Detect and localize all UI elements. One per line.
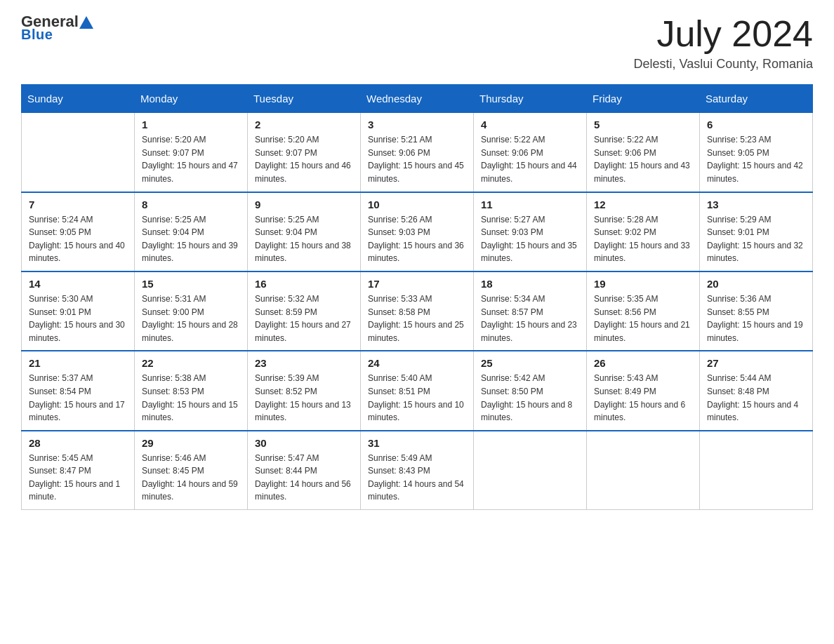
calendar-day-4: 4Sunrise: 5:22 AMSunset: 9:06 PMDaylight…: [474, 112, 587, 192]
logo-blue-text: Blue: [21, 27, 53, 43]
day-number: 3: [368, 119, 466, 130]
calendar-day-14: 14Sunrise: 5:30 AMSunset: 9:01 PMDayligh…: [22, 271, 135, 351]
day-number: 25: [481, 357, 579, 369]
day-number: 5: [594, 119, 692, 130]
header-sunday: Sunday: [22, 85, 135, 112]
header-wednesday: Wednesday: [361, 85, 474, 112]
day-info: Sunrise: 5:25 AMSunset: 9:04 PMDaylight:…: [142, 213, 240, 265]
calendar-day-11: 11Sunrise: 5:27 AMSunset: 9:03 PMDayligh…: [474, 192, 587, 271]
day-number: 19: [594, 278, 692, 290]
day-info: Sunrise: 5:28 AMSunset: 9:02 PMDaylight:…: [594, 213, 692, 265]
day-info: Sunrise: 5:25 AMSunset: 9:04 PMDaylight:…: [255, 213, 353, 265]
day-number: 26: [594, 357, 692, 369]
calendar-table: SundayMondayTuesdayWednesdayThursdayFrid…: [21, 84, 813, 510]
header-thursday: Thursday: [474, 85, 587, 112]
calendar-day-6: 6Sunrise: 5:23 AMSunset: 9:05 PMDaylight…: [700, 112, 813, 192]
day-info: Sunrise: 5:49 AMSunset: 8:43 PMDaylight:…: [368, 452, 466, 504]
day-info: Sunrise: 5:45 AMSunset: 8:47 PMDaylight:…: [29, 452, 127, 504]
day-info: Sunrise: 5:27 AMSunset: 9:03 PMDaylight:…: [481, 213, 579, 265]
month-title: July 2024: [634, 14, 813, 54]
day-info: Sunrise: 5:20 AMSunset: 9:07 PMDaylight:…: [255, 133, 353, 185]
calendar-day-16: 16Sunrise: 5:32 AMSunset: 8:59 PMDayligh…: [248, 271, 361, 351]
header-friday: Friday: [587, 85, 700, 112]
title-area: July 2024 Delesti, Vaslui County, Romani…: [634, 14, 813, 72]
calendar-day-9: 9Sunrise: 5:25 AMSunset: 9:04 PMDaylight…: [248, 192, 361, 271]
day-number: 9: [255, 199, 353, 210]
calendar-week-row: 7Sunrise: 5:24 AMSunset: 9:05 PMDaylight…: [22, 192, 813, 271]
page-header: General Blue July 2024 Delesti, Vaslui C…: [21, 14, 813, 72]
day-number: 6: [707, 119, 805, 130]
calendar-day-23: 23Sunrise: 5:39 AMSunset: 8:52 PMDayligh…: [248, 351, 361, 430]
day-number: 4: [481, 119, 579, 130]
day-info: Sunrise: 5:32 AMSunset: 8:59 PMDaylight:…: [255, 293, 353, 344]
calendar-day-17: 17Sunrise: 5:33 AMSunset: 8:58 PMDayligh…: [361, 271, 474, 351]
calendar-day-28: 28Sunrise: 5:45 AMSunset: 8:47 PMDayligh…: [22, 431, 135, 510]
day-info: Sunrise: 5:31 AMSunset: 9:00 PMDaylight:…: [142, 293, 240, 344]
calendar-header-row: SundayMondayTuesdayWednesdayThursdayFrid…: [22, 85, 813, 112]
calendar-day-27: 27Sunrise: 5:44 AMSunset: 8:48 PMDayligh…: [700, 351, 813, 430]
day-info: Sunrise: 5:43 AMSunset: 8:49 PMDaylight:…: [594, 372, 692, 424]
day-number: 31: [368, 437, 466, 449]
calendar-week-row: 14Sunrise: 5:30 AMSunset: 9:01 PMDayligh…: [22, 271, 813, 351]
day-number: 30: [255, 437, 353, 449]
calendar-empty-cell: [474, 431, 587, 510]
calendar-day-21: 21Sunrise: 5:37 AMSunset: 8:54 PMDayligh…: [22, 351, 135, 430]
day-number: 1: [142, 119, 240, 130]
header-monday: Monday: [135, 85, 248, 112]
header-tuesday: Tuesday: [248, 85, 361, 112]
day-number: 20: [707, 278, 805, 290]
calendar-day-13: 13Sunrise: 5:29 AMSunset: 9:01 PMDayligh…: [700, 192, 813, 271]
logo-triangle-icon: [79, 16, 93, 29]
calendar-day-10: 10Sunrise: 5:26 AMSunset: 9:03 PMDayligh…: [361, 192, 474, 271]
day-info: Sunrise: 5:46 AMSunset: 8:45 PMDaylight:…: [142, 452, 240, 504]
day-number: 2: [255, 119, 353, 130]
day-info: Sunrise: 5:47 AMSunset: 8:44 PMDaylight:…: [255, 452, 353, 504]
day-info: Sunrise: 5:20 AMSunset: 9:07 PMDaylight:…: [142, 133, 240, 185]
day-info: Sunrise: 5:26 AMSunset: 9:03 PMDaylight:…: [368, 213, 466, 265]
day-info: Sunrise: 5:34 AMSunset: 8:57 PMDaylight:…: [481, 293, 579, 344]
day-number: 17: [368, 278, 466, 290]
day-info: Sunrise: 5:40 AMSunset: 8:51 PMDaylight:…: [368, 372, 466, 424]
day-number: 16: [255, 278, 353, 290]
day-info: Sunrise: 5:33 AMSunset: 8:58 PMDaylight:…: [368, 293, 466, 344]
day-info: Sunrise: 5:35 AMSunset: 8:56 PMDaylight:…: [594, 293, 692, 344]
day-number: 12: [594, 199, 692, 210]
location-title: Delesti, Vaslui County, Romania: [634, 57, 813, 72]
day-number: 24: [368, 357, 466, 369]
day-info: Sunrise: 5:38 AMSunset: 8:53 PMDaylight:…: [142, 372, 240, 424]
calendar-day-7: 7Sunrise: 5:24 AMSunset: 9:05 PMDaylight…: [22, 192, 135, 271]
day-number: 18: [481, 278, 579, 290]
calendar-day-3: 3Sunrise: 5:21 AMSunset: 9:06 PMDaylight…: [361, 112, 474, 192]
calendar-empty-cell: [587, 431, 700, 510]
day-number: 27: [707, 357, 805, 369]
logo: General Blue: [21, 14, 95, 43]
day-info: Sunrise: 5:42 AMSunset: 8:50 PMDaylight:…: [481, 372, 579, 424]
day-number: 8: [142, 199, 240, 210]
calendar-day-24: 24Sunrise: 5:40 AMSunset: 8:51 PMDayligh…: [361, 351, 474, 430]
calendar-day-2: 2Sunrise: 5:20 AMSunset: 9:07 PMDaylight…: [248, 112, 361, 192]
day-number: 15: [142, 278, 240, 290]
calendar-day-20: 20Sunrise: 5:36 AMSunset: 8:55 PMDayligh…: [700, 271, 813, 351]
calendar-week-row: 1Sunrise: 5:20 AMSunset: 9:07 PMDaylight…: [22, 112, 813, 192]
calendar-day-29: 29Sunrise: 5:46 AMSunset: 8:45 PMDayligh…: [135, 431, 248, 510]
day-info: Sunrise: 5:44 AMSunset: 8:48 PMDaylight:…: [707, 372, 805, 424]
calendar-day-25: 25Sunrise: 5:42 AMSunset: 8:50 PMDayligh…: [474, 351, 587, 430]
day-info: Sunrise: 5:24 AMSunset: 9:05 PMDaylight:…: [29, 213, 127, 265]
calendar-day-22: 22Sunrise: 5:38 AMSunset: 8:53 PMDayligh…: [135, 351, 248, 430]
calendar-day-5: 5Sunrise: 5:22 AMSunset: 9:06 PMDaylight…: [587, 112, 700, 192]
day-info: Sunrise: 5:37 AMSunset: 8:54 PMDaylight:…: [29, 372, 127, 424]
calendar-day-26: 26Sunrise: 5:43 AMSunset: 8:49 PMDayligh…: [587, 351, 700, 430]
calendar-day-30: 30Sunrise: 5:47 AMSunset: 8:44 PMDayligh…: [248, 431, 361, 510]
calendar-empty-cell: [700, 431, 813, 510]
calendar-week-row: 28Sunrise: 5:45 AMSunset: 8:47 PMDayligh…: [22, 431, 813, 510]
calendar-day-31: 31Sunrise: 5:49 AMSunset: 8:43 PMDayligh…: [361, 431, 474, 510]
day-number: 22: [142, 357, 240, 369]
header-saturday: Saturday: [700, 85, 813, 112]
calendar-day-19: 19Sunrise: 5:35 AMSunset: 8:56 PMDayligh…: [587, 271, 700, 351]
day-info: Sunrise: 5:36 AMSunset: 8:55 PMDaylight:…: [707, 293, 805, 344]
calendar-day-1: 1Sunrise: 5:20 AMSunset: 9:07 PMDaylight…: [135, 112, 248, 192]
day-info: Sunrise: 5:22 AMSunset: 9:06 PMDaylight:…: [481, 133, 579, 185]
day-number: 7: [29, 199, 127, 210]
day-number: 28: [29, 437, 127, 449]
calendar-day-18: 18Sunrise: 5:34 AMSunset: 8:57 PMDayligh…: [474, 271, 587, 351]
